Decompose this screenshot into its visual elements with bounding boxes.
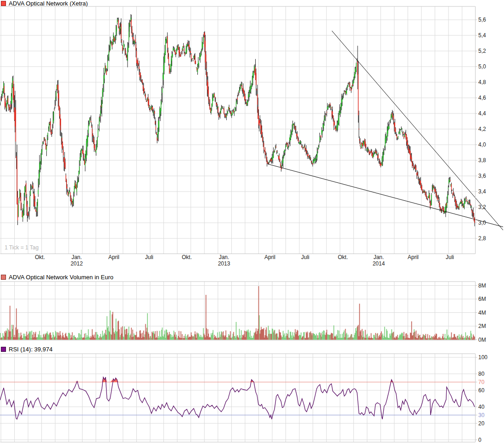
price-x-axis-labels: Okt.Jan.2012AprilJuliOkt.Jan.2013AprilJu… xyxy=(35,254,454,267)
svg-text:Jan.: Jan. xyxy=(219,254,230,260)
svg-text:60: 60 xyxy=(478,387,485,394)
svg-text:3,8: 3,8 xyxy=(478,157,486,164)
rsi-overbought-fill xyxy=(0,377,475,382)
charts-canvas: 5,65,45,25,04,84,64,44,24,03,83,63,43,23… xyxy=(0,0,504,446)
svg-text:2M: 2M xyxy=(478,323,486,329)
rsi-grid xyxy=(0,354,476,442)
svg-text:April: April xyxy=(408,254,419,260)
svg-text:4,8: 4,8 xyxy=(478,79,486,85)
svg-text:2012: 2012 xyxy=(71,260,83,267)
svg-text:80: 80 xyxy=(478,371,485,377)
svg-text:3,4: 3,4 xyxy=(478,188,486,195)
svg-text:6M: 6M xyxy=(478,296,486,302)
volume-panel: 8M6M4M2M0M xyxy=(0,282,486,343)
svg-text:Juli: Juli xyxy=(145,254,153,260)
svg-text:70: 70 xyxy=(478,379,485,385)
svg-text:3,0: 3,0 xyxy=(478,220,486,226)
svg-text:5,6: 5,6 xyxy=(478,17,486,23)
svg-text:4,2: 4,2 xyxy=(478,126,486,132)
candle-wicks xyxy=(0,14,475,226)
svg-text:Juli: Juli xyxy=(301,254,309,260)
svg-text:4,4: 4,4 xyxy=(478,110,486,117)
svg-text:0M: 0M xyxy=(478,337,486,343)
svg-text:5,2: 5,2 xyxy=(478,48,486,54)
svg-text:8M: 8M xyxy=(478,282,486,289)
svg-text:0: 0 xyxy=(478,437,482,443)
svg-text:4M: 4M xyxy=(478,310,486,316)
rsi-line xyxy=(0,377,475,419)
price-grid xyxy=(0,6,476,254)
price-axis-labels: 5,65,45,25,04,84,64,44,24,03,83,63,43,23… xyxy=(476,17,487,242)
svg-text:40: 40 xyxy=(478,404,485,410)
svg-text:20: 20 xyxy=(478,420,485,427)
svg-text:April: April xyxy=(264,254,275,260)
volume-grid xyxy=(0,282,476,340)
svg-text:Okt.: Okt. xyxy=(182,254,192,260)
volume-axis-labels: 8M6M4M2M0M xyxy=(476,282,486,343)
trendline-2 xyxy=(268,164,503,227)
svg-text:5,0: 5,0 xyxy=(478,63,486,70)
svg-text:Juli: Juli xyxy=(446,254,454,260)
svg-text:4,0: 4,0 xyxy=(478,141,486,148)
svg-text:100: 100 xyxy=(478,354,487,361)
svg-text:4,6: 4,6 xyxy=(478,95,486,101)
candles-down xyxy=(0,19,475,223)
svg-text:2013: 2013 xyxy=(218,260,230,267)
svg-text:Okt.: Okt. xyxy=(338,254,348,260)
svg-text:Jan.: Jan. xyxy=(72,254,82,260)
rsi-axis-labels: 1008070604030200 xyxy=(476,354,488,443)
svg-text:3,2: 3,2 xyxy=(478,204,486,210)
svg-text:Jan.: Jan. xyxy=(374,254,384,260)
svg-text:Okt.: Okt. xyxy=(35,254,45,260)
svg-text:April: April xyxy=(108,254,119,260)
rsi-panel: 1008070604030200 xyxy=(0,354,487,443)
svg-text:30: 30 xyxy=(478,412,485,418)
svg-text:5,4: 5,4 xyxy=(478,32,486,39)
svg-text:3,6: 3,6 xyxy=(478,173,486,179)
svg-text:2,8: 2,8 xyxy=(478,235,486,242)
trendline-1 xyxy=(332,31,503,230)
stock-chart-page: ADVA Optical Network (Xetra) 1 Tick = 1 … xyxy=(0,0,504,446)
svg-text:2014: 2014 xyxy=(373,260,385,267)
candles-up xyxy=(0,17,472,219)
price-panel: 5,65,45,25,04,84,64,44,24,03,83,63,43,23… xyxy=(0,6,503,267)
volume-bars-down xyxy=(0,286,475,340)
